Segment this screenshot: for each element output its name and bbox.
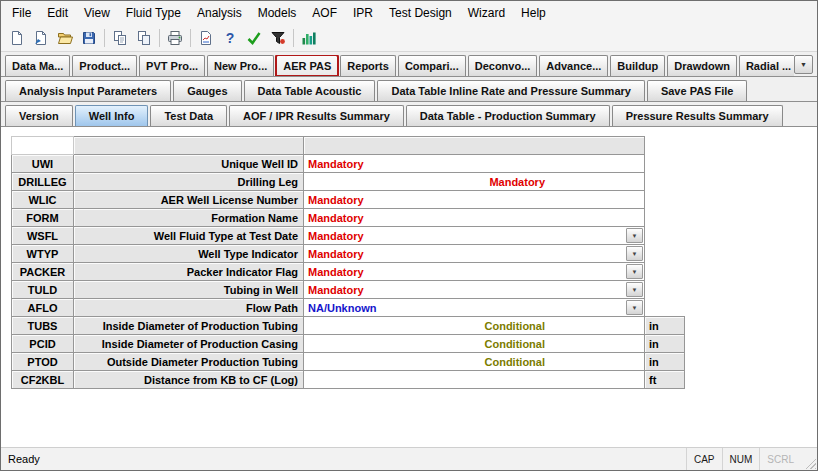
- menu-edit[interactable]: Edit: [39, 1, 76, 24]
- dropdown-arrow-icon[interactable]: ▼: [626, 246, 643, 261]
- field-value-pcid[interactable]: Conditional: [304, 335, 645, 353]
- svg-text:?: ?: [226, 30, 235, 46]
- tab-overflow-button[interactable]: ▼: [794, 55, 813, 74]
- tab-data-table-inline-rate-and-pressure-summary[interactable]: Data Table Inline Rate and Pressure Summ…: [377, 80, 644, 101]
- field-value-wsfl[interactable]: Mandatory▼: [304, 227, 645, 245]
- menu-aof[interactable]: AOF: [304, 1, 345, 24]
- dropdown-arrow-icon[interactable]: ▼: [626, 282, 643, 297]
- menu-models[interactable]: Models: [250, 1, 305, 24]
- pas-tab-bar: Analysis Input ParametersGaugesData Tabl…: [1, 77, 817, 102]
- dropdown-arrow-icon[interactable]: ▼: [626, 300, 643, 315]
- tab-pressure-results-summary[interactable]: Pressure Results Summary: [612, 105, 783, 126]
- funnel-button[interactable]: [266, 26, 290, 49]
- menu-ipr[interactable]: IPR: [345, 1, 381, 24]
- tab-gauges[interactable]: Gauges: [173, 80, 241, 101]
- field-label: Flow Path: [74, 299, 304, 317]
- tab-pvt-pro[interactable]: PVT Pro...: [139, 55, 205, 76]
- print-button[interactable]: [163, 26, 187, 49]
- header-cell-value: [304, 137, 645, 155]
- tab-compari[interactable]: Compari...: [398, 55, 466, 76]
- tab-data-table-acoustic[interactable]: Data Table Acoustic: [244, 80, 376, 101]
- menu-help[interactable]: Help: [513, 1, 554, 24]
- field-value-packer[interactable]: Mandatory▼: [304, 263, 645, 281]
- menu-analysis[interactable]: Analysis: [189, 1, 250, 24]
- bar-chart-button[interactable]: [297, 26, 321, 49]
- tab-analysis-input-parameters[interactable]: Analysis Input Parameters: [5, 80, 171, 101]
- tab-aer-pas[interactable]: AER PAS: [276, 55, 338, 76]
- field-label: Inside Diameter of Production Tubing: [74, 317, 304, 335]
- unit-label: [645, 263, 685, 281]
- field-value-uwi[interactable]: Mandatory: [304, 155, 645, 173]
- table-row-wsfl: WSFLWell Fluid Type at Test DateMandator…: [12, 227, 685, 245]
- field-value-drilleg[interactable]: Mandatory: [304, 173, 645, 191]
- tab-buildup[interactable]: Buildup: [610, 55, 665, 76]
- new-from-file-icon: [33, 30, 49, 46]
- table-row-wtyp: WTYPWell Type IndicatorMandatory▼: [12, 245, 685, 263]
- copy-page-icon: [112, 30, 128, 46]
- menu-view[interactable]: View: [76, 1, 118, 24]
- field-code: AFLO: [12, 299, 74, 317]
- menu-test-design[interactable]: Test Design: [381, 1, 460, 24]
- field-value-wlic[interactable]: Mandatory: [304, 191, 645, 209]
- tab-data-table-production-summary[interactable]: Data Table - Production Summary: [406, 105, 610, 126]
- field-value-cf2kbl[interactable]: [304, 371, 645, 389]
- toolbar-separator: [293, 29, 294, 47]
- tab-version[interactable]: Version: [5, 105, 73, 126]
- tab-data-ma[interactable]: Data Ma...: [5, 55, 70, 76]
- report-button[interactable]: [194, 26, 218, 49]
- unit-label: [645, 245, 685, 263]
- resize-grip[interactable]: [803, 456, 816, 469]
- value-text: Mandatory: [308, 158, 364, 170]
- unit-label: in: [645, 335, 685, 353]
- tab-reports[interactable]: Reports: [340, 55, 396, 76]
- menu-fluid-type[interactable]: Fluid Type: [118, 1, 189, 24]
- value-text: Mandatory: [308, 266, 364, 278]
- field-value-tuld[interactable]: Mandatory▼: [304, 281, 645, 299]
- header-cell-unit: [645, 137, 685, 155]
- field-label: Drilling Leg: [74, 173, 304, 191]
- table-row-tubs: TUBSInside Diameter of Production Tubing…: [12, 317, 685, 335]
- dropdown-arrow-icon[interactable]: ▼: [626, 228, 643, 243]
- tab-product[interactable]: Product...: [72, 55, 137, 76]
- field-value-aflo[interactable]: NA/Unknown▼: [304, 299, 645, 317]
- pas-tab-row: Analysis Input ParametersGaugesData Tabl…: [5, 80, 749, 101]
- save-icon: [81, 30, 97, 46]
- field-code: UWI: [12, 155, 74, 173]
- menu-wizard[interactable]: Wizard: [460, 1, 513, 24]
- tab-save-pas-file[interactable]: Save PAS File: [647, 80, 748, 101]
- main-tab-bar: Data Ma...Product...PVT Pro...New Pro...…: [1, 52, 817, 77]
- field-code: FORM: [12, 209, 74, 227]
- help-button[interactable]: ?: [218, 26, 242, 49]
- status-indicator-num: NUM: [722, 448, 760, 470]
- field-value-ptod[interactable]: Conditional: [304, 353, 645, 371]
- field-value-form[interactable]: Mandatory: [304, 209, 645, 227]
- menu-file[interactable]: File: [4, 1, 39, 24]
- field-label: Well Fluid Type at Test Date: [74, 227, 304, 245]
- tab-aof-ipr-results-summary[interactable]: AOF / IPR Results Summary: [229, 105, 404, 126]
- validate-icon: [246, 30, 262, 46]
- validate-button[interactable]: [242, 26, 266, 49]
- dropdown-arrow-icon[interactable]: ▼: [626, 264, 643, 279]
- new-from-file-button[interactable]: [29, 26, 53, 49]
- status-indicators: CAPNUMSCRL: [686, 448, 801, 470]
- unit-label: in: [645, 317, 685, 335]
- open-folder-button[interactable]: [53, 26, 77, 49]
- tab-deconvo[interactable]: Deconvo...: [468, 55, 538, 76]
- copy-page-button[interactable]: [108, 26, 132, 49]
- save-button[interactable]: [77, 26, 101, 49]
- funnel-icon: [270, 30, 286, 46]
- field-value-wtyp[interactable]: Mandatory▼: [304, 245, 645, 263]
- value-text: Mandatory: [308, 248, 364, 260]
- tab-drawdown[interactable]: Drawdown: [667, 55, 737, 76]
- tab-radial[interactable]: Radial ...: [739, 55, 794, 76]
- field-label: Unique Well ID: [74, 155, 304, 173]
- tab-new-pro[interactable]: New Pro...: [207, 55, 274, 76]
- tab-well-info[interactable]: Well Info: [75, 105, 149, 126]
- field-code: TULD: [12, 281, 74, 299]
- tab-test-data[interactable]: Test Data: [150, 105, 227, 126]
- copy-button[interactable]: [132, 26, 156, 49]
- new-document-button[interactable]: [5, 26, 29, 49]
- field-value-tubs[interactable]: Conditional: [304, 317, 645, 335]
- tab-advance[interactable]: Advance...: [539, 55, 608, 76]
- field-code: WLIC: [12, 191, 74, 209]
